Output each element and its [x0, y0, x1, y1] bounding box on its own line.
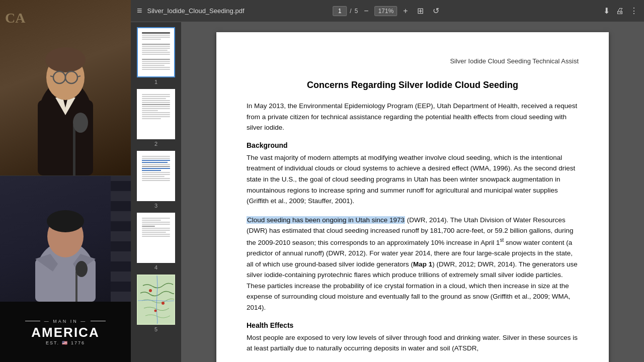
svg-point-25 — [149, 289, 152, 292]
highlighted-text: Cloud seeding has been ongoing in Utah s… — [247, 216, 405, 224]
pdf-main-page[interactable]: Silver Iodide Cloud Seeding Technical As… — [181, 22, 644, 362]
thumbnail-img-2 — [137, 89, 175, 139]
thumbnail-img-4 — [137, 213, 175, 263]
pdf-page-content: Silver Iodide Cloud Seeding Technical As… — [216, 32, 609, 362]
download-icon[interactable]: ⬇ — [603, 6, 610, 16]
thumbnail-4[interactable]: 4 — [136, 213, 176, 270]
map-reference: Map 1 — [413, 260, 432, 268]
logo-lines: — MAN IN — — [25, 319, 106, 324]
svg-point-23 — [75, 261, 88, 277]
background-paragraph-2: Cloud seeding has been ongoing in Utah s… — [247, 215, 579, 313]
thumbnail-2[interactable]: 2 — [136, 89, 176, 147]
zoom-in-button[interactable]: + — [400, 6, 411, 17]
thumb-content-2 — [138, 90, 174, 123]
toolbar-wrapper: ≡ Silver_Iodide_Cloud_Seeding.pdf / 5 − … — [137, 6, 638, 16]
thumbnail-img-1 — [137, 27, 175, 77]
thumbnail-num-4: 4 — [154, 264, 157, 270]
pdf-content: 1 — [131, 22, 644, 362]
logo-est-text: EST. 🇺🇸 1776 — [46, 340, 85, 345]
logo-line-left — [25, 321, 40, 321]
pdf-document-title: Concerns Regarding Silver Iodide Cloud S… — [247, 80, 579, 90]
svg-point-13 — [73, 113, 88, 133]
pdf-header-right: Silver Iodide Cloud Seeding Technical As… — [247, 57, 579, 65]
health-paragraph: Most people are exposed to very low leve… — [247, 332, 579, 354]
svg-rect-12 — [73, 125, 75, 175]
thumb-content-4 — [138, 214, 174, 241]
svg-point-27 — [154, 310, 157, 312]
map-thumbnail-svg — [138, 276, 175, 325]
pdf-viewer: ≡ Silver_Iodide_Cloud_Seeding.pdf / 5 − … — [131, 0, 644, 362]
logo-line-right — [91, 321, 106, 321]
print-icon[interactable]: 🖨 — [616, 7, 624, 16]
toolbar-right: ⬇ 🖨 ⋮ — [603, 6, 638, 16]
health-heading: Health Effects — [247, 321, 579, 329]
thumbnail-num-5: 5 — [154, 326, 157, 332]
menu-icon[interactable]: ≡ — [137, 6, 142, 16]
thumb-content-3 — [138, 152, 174, 185]
zoom-level: 171% — [375, 6, 397, 16]
history-button[interactable]: ↺ — [430, 5, 442, 17]
page-number-input[interactable] — [333, 6, 347, 16]
svg-point-21 — [47, 210, 84, 232]
logo-man-text: — MAN IN — — [44, 319, 87, 324]
intro-paragraph: In May 2013, the Environmental Epidemiol… — [247, 101, 579, 133]
video-feed-1: CA — [0, 0, 131, 176]
background-heading: Background — [247, 141, 579, 149]
person-silhouette-2 — [0, 176, 131, 302]
toolbar-center-controls: / 5 − 171% + ⊞ ↺ — [333, 5, 442, 17]
left-panel: CA — [0, 0, 131, 362]
logo-area: — MAN IN — AMERICA EST. 🇺🇸 1776 — [0, 302, 131, 362]
thumbnails-panel: 1 — [131, 22, 181, 362]
logo-america-text: AMERICA — [31, 325, 99, 340]
thumbnail-num-1: 1 — [154, 79, 157, 85]
thumbnail-1[interactable]: 1 — [136, 27, 176, 85]
thumb-content-1 — [138, 28, 174, 74]
zoom-out-button[interactable]: − — [361, 6, 371, 17]
thumbnail-img-5 — [137, 275, 175, 325]
thumbnail-3[interactable]: 3 — [136, 151, 176, 209]
thumbnail-img-3 — [137, 151, 175, 201]
person-silhouette-1 — [0, 0, 131, 175]
background-paragraph-1: The vast majority of modern attempts at … — [247, 152, 579, 207]
total-pages: 5 — [355, 8, 358, 15]
svg-point-6 — [45, 47, 86, 72]
svg-rect-22 — [75, 272, 77, 302]
thumbnail-5[interactable]: 5 — [136, 275, 176, 332]
thumbnail-num-3: 3 — [154, 203, 157, 209]
video-feed-2 — [0, 176, 131, 302]
more-options-icon[interactable]: ⋮ — [630, 6, 638, 16]
thumbnail-num-2: 2 — [154, 141, 157, 147]
page-separator: / — [350, 8, 351, 15]
pdf-toolbar: ≡ Silver_Iodide_Cloud_Seeding.pdf / 5 − … — [131, 0, 644, 22]
fit-page-button[interactable]: ⊞ — [414, 5, 427, 17]
svg-point-26 — [162, 302, 165, 305]
